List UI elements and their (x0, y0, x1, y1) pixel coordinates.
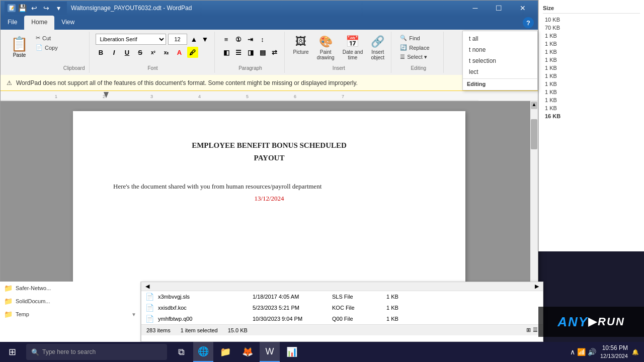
clipboard-label: Clipboard (63, 65, 85, 71)
size-item-8: 1 KB (543, 80, 640, 88)
taskbar-search[interactable]: 🔍 Type here to search (26, 344, 167, 360)
font-color-button[interactable]: A (174, 47, 185, 58)
document-page[interactable]: EMPLOYEE BENEFIT BONUS SCHEDULED PAYOUT … (73, 111, 465, 299)
close-btn[interactable]: ✕ (511, 1, 534, 16)
grid-view-btn[interactable]: ⊞ (526, 327, 531, 333)
bold-button[interactable]: B (96, 47, 107, 58)
size-item-5: 1 KB (543, 56, 640, 64)
minimize-btn[interactable]: ─ (464, 1, 487, 16)
select-none-item[interactable]: t none (463, 44, 537, 55)
svg-text:6: 6 (294, 94, 296, 99)
picture-button[interactable]: 🖼 Picture (291, 34, 311, 62)
tray-expand-btn[interactable]: ∧ (570, 348, 575, 356)
time-display: 10:56 PM (600, 344, 628, 352)
edge-taskbar-btn[interactable]: 🌐 (193, 342, 213, 362)
notification-text: WordPad does not support all of the feat… (16, 79, 358, 86)
size-item-10: 1 KB (543, 96, 640, 104)
align-center-btn[interactable]: ☰ (233, 47, 244, 58)
list-view-btn[interactable]: ☰ (533, 327, 538, 333)
insert-object-button[interactable]: 🔗 Insertobject (368, 34, 387, 62)
notification-bar: ⚠ WordPad does not support all of the fe… (1, 75, 538, 91)
strikethrough-button[interactable]: S (135, 47, 146, 58)
file-item-2[interactable]: 📄 ymhfbtwp.q00 10/30/2023 9:04 PM Q00 Fi… (141, 313, 543, 324)
notification-center-btn[interactable]: 🔔 (632, 349, 639, 355)
size-item-6: 1 KB (543, 64, 640, 72)
date-time-button[interactable]: 📅 Date andtime (340, 34, 366, 62)
redo-qa-btn[interactable]: ↪ (41, 3, 52, 14)
qa-dropdown-btn[interactable]: ▾ (53, 3, 64, 14)
cut-button[interactable]: ✂ Cut (33, 34, 60, 42)
tab-view[interactable]: View (54, 16, 82, 30)
size-item-0: 10 KB (543, 16, 640, 24)
start-button[interactable]: ⊞ (0, 342, 24, 362)
size-item-9: 1 KB (543, 88, 640, 96)
taskbar: ⊞ 🔍 Type here to search ⧉ 🌐 📁 🦊 W 📊 ∧ 📶 … (0, 342, 644, 362)
subscript-button[interactable]: x₂ (161, 47, 172, 58)
vertical-scrollbar[interactable]: ▲ ▼ (530, 101, 538, 299)
folder-solid-docum[interactable]: 📁 SolidDocum... (0, 295, 140, 308)
explorer-taskbar-btn[interactable]: 📁 (215, 342, 235, 362)
fe-scroll-left[interactable]: ◀ (145, 283, 149, 290)
taskbar-right-area: ∧ 📶 🔊 10:56 PM 12/13/2024 🔔 (570, 344, 644, 360)
task-view-btn[interactable]: ⧉ (171, 342, 191, 362)
font-size-decrease[interactable]: ▼ (200, 34, 210, 44)
size-item-1: 70 KB (543, 24, 640, 32)
scroll-up-btn[interactable]: ▲ (531, 102, 537, 109)
paint-drawing-button[interactable]: 🎨 Paintdrawing (314, 34, 337, 62)
select-button[interactable]: ☰ Select ▾ (397, 53, 432, 61)
save-qa-btn[interactable]: 💾 (17, 3, 28, 14)
right-sidebar: Size 10 KB 70 KB 1 KB 1 KB 1 KB 1 KB 1 K… (538, 0, 644, 251)
rtl-btn[interactable]: ⇄ (269, 47, 280, 58)
bullets-btn[interactable]: ≡ (221, 34, 232, 45)
tab-home[interactable]: Home (24, 16, 54, 30)
svg-rect-0 (1, 91, 478, 101)
superscript-button[interactable]: x² (148, 47, 159, 58)
indent-more-btn[interactable]: ⇥ (245, 34, 256, 45)
calendar-icon: 📅 (346, 35, 359, 48)
word-taskbar-btn[interactable]: W (260, 342, 280, 362)
folder-safer-netwo[interactable]: 📁 Safer-Netwo... (0, 282, 140, 295)
app-taskbar-btn[interactable]: 📊 (282, 342, 302, 362)
network-icon[interactable]: 📶 (577, 348, 586, 356)
font-size-increase[interactable]: ▲ (189, 34, 199, 44)
scroll-thumb[interactable] (531, 119, 537, 149)
file-item-1[interactable]: 📄 xxisdtxf.koc 5/23/2023 5:21 PM KOC Fil… (141, 302, 543, 313)
select-selection-item[interactable]: t selection (463, 55, 537, 66)
select-all-item[interactable]: t all (463, 33, 537, 44)
file-icon-0: 📄 (145, 293, 154, 301)
paste-button[interactable]: 📋 Paste (9, 34, 30, 60)
wordpad-window: 📝 💾 ↩ ↪ ▾ Waltonsignage_PAYOUT6032.odt -… (0, 0, 538, 312)
fe-scroll-right[interactable]: ▶ (535, 283, 539, 290)
folder-temp[interactable]: 📁 Temp ▼ (0, 308, 140, 321)
size-item-2: 1 KB (543, 32, 640, 40)
help-button[interactable]: ? (523, 17, 534, 28)
italic-button[interactable]: I (109, 47, 120, 58)
file-explorer: ◀ ▶ 📄 x3mbvvgj.sls 1/18/2017 4:05 AM SLS… (141, 282, 543, 342)
restore-btn[interactable]: ☐ (488, 1, 510, 16)
firefox-taskbar-btn[interactable]: 🦊 (237, 342, 258, 362)
align-left-btn[interactable]: ◧ (221, 47, 232, 58)
undo-qa-btn[interactable]: ↩ (29, 3, 40, 14)
deselect-item[interactable]: lect (463, 66, 537, 77)
align-right-btn[interactable]: ◨ (245, 47, 256, 58)
taskbar-pinned-icons: ⧉ 🌐 📁 🦊 W 📊 (171, 342, 302, 362)
font-size-input[interactable] (168, 34, 187, 45)
copy-button[interactable]: 📄 Copy (33, 43, 60, 52)
line-spacing-btn[interactable]: ↕ (257, 34, 268, 45)
tab-file[interactable]: File (1, 16, 24, 30)
align-btns-row: ◧ ☰ ◨ ▤ ⇄ (221, 47, 280, 58)
folder-expand-btn[interactable]: ▼ (131, 312, 136, 317)
replace-button[interactable]: 🔄 Replace (397, 43, 432, 52)
numbering-btn[interactable]: ① (233, 34, 244, 45)
search-placeholder: Type here to search (42, 348, 96, 355)
doc-title-line1: EMPLOYEE BENEFIT BONUS SCHEDULED (113, 141, 425, 150)
find-button[interactable]: 🔍 Find (397, 34, 432, 42)
highlight-button[interactable]: 🖊 (187, 47, 198, 58)
align-justify-btn[interactable]: ▤ (257, 47, 268, 58)
file-item-0[interactable]: 📄 x3mbvvgj.sls 1/18/2017 4:05 AM SLS Fil… (141, 291, 543, 302)
underline-button[interactable]: U (122, 47, 133, 58)
volume-icon[interactable]: 🔊 (588, 348, 596, 356)
font-family-select[interactable]: Liberation Serif (96, 34, 166, 45)
clock-display[interactable]: 10:56 PM 12/13/2024 (600, 344, 628, 360)
size-item-7: 1 KB (543, 72, 640, 80)
